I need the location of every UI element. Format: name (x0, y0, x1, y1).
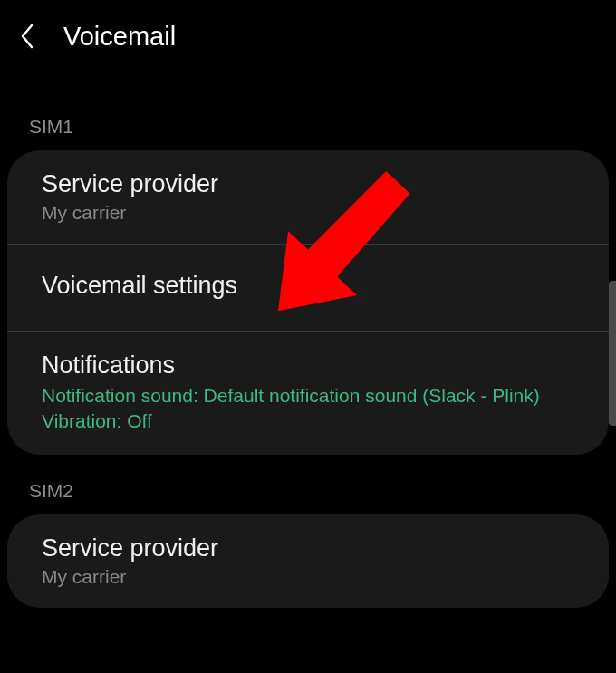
back-icon[interactable] (16, 20, 38, 53)
service-provider-title: Service provider (42, 534, 574, 562)
sim2-label: SIM2 (0, 455, 616, 514)
sim1-label: SIM1 (0, 72, 616, 150)
notifications-item[interactable]: Notifications Notification sound: Defaul… (7, 332, 609, 455)
sim2-card: Service provider My carrier (7, 514, 609, 608)
scroll-indicator[interactable] (609, 281, 616, 426)
page-title: Voicemail (63, 22, 176, 52)
notifications-sound: Notification sound: Default notification… (42, 383, 574, 409)
service-provider-subtitle: My carrier (42, 202, 574, 224)
notifications-title: Notifications (42, 351, 574, 380)
sim1-card: Service provider My carrier Voicemail se… (7, 150, 609, 455)
notifications-vibration: Vibration: Off (42, 409, 574, 434)
service-provider-item[interactable]: Service provider My carrier (7, 150, 609, 245)
service-provider-item[interactable]: Service provider My carrier (7, 514, 609, 608)
voicemail-settings-title: Voicemail settings (42, 272, 574, 300)
service-provider-title: Service provider (42, 170, 574, 198)
voicemail-settings-item[interactable]: Voicemail settings (7, 245, 609, 332)
header: Voicemail (0, 0, 616, 72)
service-provider-subtitle: My carrier (42, 566, 574, 588)
